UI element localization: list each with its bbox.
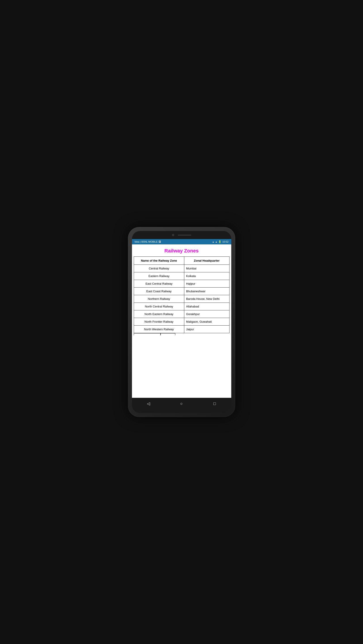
zone-name-cell: East Central Railway xyxy=(134,280,184,288)
front-camera xyxy=(172,234,174,236)
notification-icon: 🖼 xyxy=(158,240,161,243)
page-title: Railway Zones xyxy=(132,244,231,256)
navigation-bar: ◁ ○ □ xyxy=(132,398,231,410)
railway-zones-table: Name of the Railway Zone Zonal Headquart… xyxy=(134,256,230,337)
hq-cell: Baroda House, New Delhi xyxy=(184,295,229,303)
header-zone-name: Name of the Railway Zone xyxy=(134,257,184,265)
hq-cell: Bhubaneshwar xyxy=(184,288,229,295)
earpiece-speaker xyxy=(178,234,191,236)
hq-cell: Kolkata xyxy=(184,272,229,280)
table-wrapper: Name of the Railway Zone Zonal Headquart… xyxy=(132,256,231,398)
battery-icon: 🔋 xyxy=(218,240,222,243)
recents-button[interactable]: □ xyxy=(210,399,219,408)
phone-top-bezel xyxy=(132,231,231,239)
table-header-row: Name of the Railway Zone Zonal Headquart… xyxy=(134,257,229,265)
back-button[interactable]: ◁ xyxy=(144,399,153,408)
table-row: East Central RailwayHajipur xyxy=(134,280,229,288)
hq-cell: Chennai xyxy=(160,333,175,337)
zone-name-cell: Central Railway xyxy=(134,265,184,272)
table-row: Central RailwayMumbai xyxy=(134,265,229,272)
home-button[interactable]: ○ xyxy=(177,399,186,408)
phone-screen: Idea | BSNL MOBILE 🖼 ▲ ▲ 🔋 10:52 Railway… xyxy=(132,231,231,413)
app-screen: Railway Zones Name of the Railway Zone Z… xyxy=(132,244,231,398)
carrier-text: Idea | BSNL MOBILE xyxy=(135,240,158,243)
status-right-icons: ▲ ▲ 🔋 10:52 xyxy=(212,240,228,243)
table-row: Southern RailwayChennai xyxy=(134,333,184,337)
table-row: North Western RailwayJaipur xyxy=(134,326,229,333)
table-row: North Eastern RailwayGorakhpur xyxy=(134,310,229,318)
time-display: 10:52 xyxy=(222,240,228,243)
table-row: Eastern RailwayKolkata xyxy=(134,272,229,280)
zone-name-cell: Eastern Railway xyxy=(134,272,184,280)
phone-device: Idea | BSNL MOBILE 🖼 ▲ ▲ 🔋 10:52 Railway… xyxy=(128,227,235,417)
zone-name-cell: North Western Railway xyxy=(134,326,184,333)
hq-cell: Maligaon, Guwahati xyxy=(184,318,229,326)
table-row: North Frontier RailwayMaligaon, Guwahati xyxy=(134,318,229,326)
hq-cell: Jaipur xyxy=(184,326,229,333)
signal-icon-2: ▲ xyxy=(215,240,218,243)
hq-cell: Hajipur xyxy=(184,280,229,288)
phone-bottom-bezel xyxy=(132,410,231,413)
signal-icon-1: ▲ xyxy=(212,240,214,243)
status-bar: Idea | BSNL MOBILE 🖼 ▲ ▲ 🔋 10:52 xyxy=(132,239,231,244)
zone-name-cell: North Frontier Railway xyxy=(134,318,184,326)
hq-cell: Allahabad xyxy=(184,303,229,310)
table-row: Northern RailwayBaroda House, New Delhi xyxy=(134,295,229,303)
table-row: East Coast RailwayBhubaneshwar xyxy=(134,288,229,295)
zone-name-cell: Northern Railway xyxy=(134,295,184,303)
hq-cell: Gorakhpur xyxy=(184,310,229,318)
header-hq: Zonal Headquarter xyxy=(184,257,229,265)
zone-name-cell: Southern Railway xyxy=(134,333,160,337)
zone-name-cell: North Central Railway xyxy=(134,303,184,310)
hq-cell: Mumbai xyxy=(184,265,229,272)
zone-name-cell: North Eastern Railway xyxy=(134,310,184,318)
status-carrier: Idea | BSNL MOBILE 🖼 xyxy=(135,240,161,243)
zone-name-cell: East Coast Railway xyxy=(134,288,184,295)
table-row: North Central RailwayAllahabad xyxy=(134,303,229,310)
